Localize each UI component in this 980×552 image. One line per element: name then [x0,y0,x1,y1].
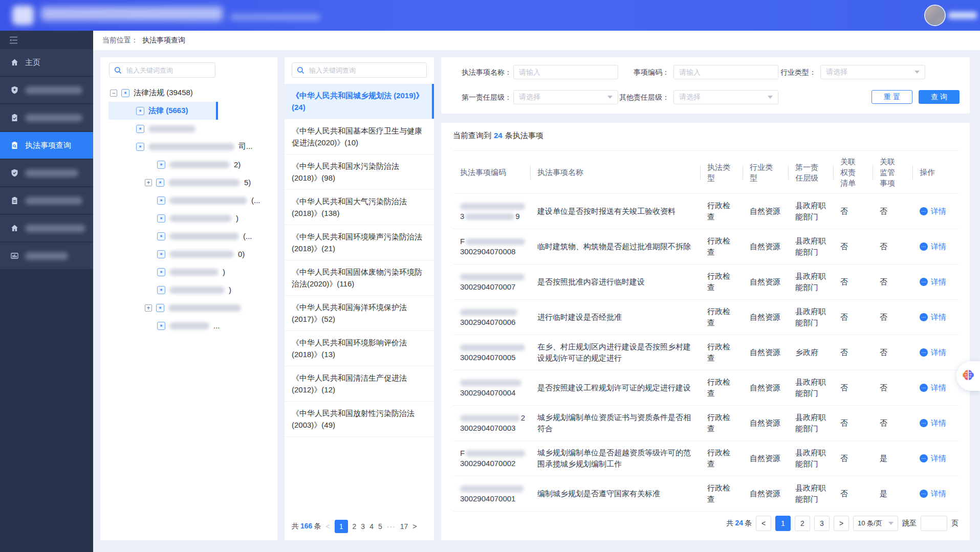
select-placeholder: 请选择 [679,93,701,102]
sidebar-item-redacted-5[interactable] [0,215,93,242]
ellipsis-circle-icon: ⋯ [920,419,928,427]
page-button[interactable]: 2 [795,516,810,531]
next-page-button[interactable]: > [412,522,417,531]
detail-link[interactable]: ⋯详情 [920,241,953,252]
sidebar-item-label: 执法事项查询 [25,141,71,150]
law-list-item[interactable]: 《中华人民共和国大气污染防治法 (2018)》(138) [285,190,434,225]
tree-node[interactable]: ★ 0) [100,245,277,263]
industry-type-select[interactable]: 请选择 [820,65,925,79]
law-list-item[interactable]: 《中华人民共和国环境影响评价法 (2018)》(13) [285,331,434,366]
column-header: 执法事项名称 [530,162,700,183]
tree-node[interactable]: ★ 2) [100,156,277,173]
jump-page-input[interactable] [921,516,947,531]
tree-node[interactable]: ★ (... [100,227,277,245]
redacted-text [460,203,525,210]
prev-page-button[interactable]: < [756,516,771,531]
detail-link[interactable]: ⋯详情 [920,382,953,393]
app-logo [12,6,34,25]
avatar[interactable] [924,5,946,26]
law-list-item[interactable]: 《中华人民共和国环境噪声污染防治法(2018)》(21) [285,225,434,260]
cell-power-list: 否 [833,484,873,503]
table-row: 3002904070001 编制城乡规划是否遵守国家有关标准 行政检查 自然资源… [453,476,959,512]
tree-node[interactable]: ★ [100,120,277,138]
collapse-node-icon[interactable]: − [110,90,117,97]
law-badge-icon: ★ [136,125,144,133]
law-badge-icon: ★ [157,286,165,294]
cell-action: ⋯详情 [912,378,959,398]
detail-link[interactable]: ⋯详情 [920,206,953,217]
law-badge-icon: ★ [157,161,165,169]
detail-link[interactable]: ⋯详情 [920,347,953,358]
law-badge-icon: ★ [157,268,165,276]
sidebar-item-redacted-3[interactable] [0,160,93,187]
sidebar-item-redacted-4[interactable] [0,187,93,215]
tree-node[interactable]: + ★ 5) [100,173,277,191]
reset-button[interactable]: 重 置 [872,90,912,104]
law-search-input[interactable] [308,66,422,75]
law-search-box[interactable] [292,62,427,78]
page-size-select[interactable]: 10 条/页 [853,516,898,531]
cell-level: 县政府职能部门 [788,443,833,474]
sidebar-item-home[interactable]: 主页 [0,49,93,77]
other-responsibility-level-select[interactable]: 请选择 [673,90,778,104]
detail-link[interactable]: ⋯详情 [920,312,953,323]
law-list-item[interactable]: 《中华人民共和国固体废物污染环境防治法(2020)》(116) [285,260,434,296]
ellipsis-circle-icon: ⋯ [920,348,928,357]
law-list-item[interactable]: 《中华人民共和国放射性污染防治法 (2003)》(49) [285,402,434,437]
cell-action: ⋯详情 [912,237,959,256]
cell-code: 3002904070006 [453,303,530,332]
cell-power-list: 否 [833,202,873,221]
tree-node[interactable]: ★ ) [100,209,277,227]
expand-node-icon[interactable]: + [145,304,152,312]
page-button[interactable]: 3 [814,516,830,531]
page-button[interactable]: 3 [361,522,365,531]
sidebar-item-enforcement-query[interactable]: 执法事项查询 [0,132,93,160]
law-list: 《中华人民共和国城乡规划法 (2019)》(24) 《中华人民共和国基本医疗卫生… [285,84,434,437]
tree-node[interactable]: ★ 司... [100,138,277,156]
cell-type: 行政检查 [700,196,743,227]
page-button[interactable]: 5 [378,522,382,531]
tree-search-input[interactable] [125,66,210,75]
page-button[interactable]: 17 [400,522,408,531]
next-page-button[interactable]: > [834,516,849,531]
ellipsis-circle-icon: ⋯ [920,490,928,498]
tree-node-label: 法律法规 (39458) [134,88,193,98]
page-button-current[interactable]: 1 [335,520,348,533]
tree-node[interactable]: + ★ [100,299,277,317]
sidebar-item-redacted-1[interactable] [0,77,93,104]
tree-node-selected[interactable]: ★ 法律 (5663) [100,102,277,120]
redacted-text [168,179,240,186]
tree-search-box[interactable] [109,62,215,78]
law-list-item[interactable]: 《中华人民共和国水污染防治法 (2018)》(98) [285,154,434,190]
redacted-text [169,251,234,258]
chevron-down-icon [888,522,894,525]
tree-node[interactable]: ★ ) [100,263,277,281]
first-responsibility-level-select[interactable]: 请选择 [513,90,618,104]
matter-code-input[interactable] [673,65,778,79]
cell-name: 进行临时建设是否经批准 [530,307,700,327]
page-button[interactable]: 4 [369,522,374,531]
detail-link[interactable]: ⋯详情 [920,488,953,499]
page-button-current[interactable]: 1 [775,516,791,531]
query-button[interactable]: 查 询 [919,90,960,104]
detail-link[interactable]: ⋯详情 [920,453,953,464]
sidebar-collapse-button[interactable] [0,31,93,49]
tree-node[interactable]: ★ ) [100,281,277,299]
law-list-item-selected[interactable]: 《中华人民共和国城乡规划法 (2019)》(24) [285,84,434,119]
tree-node[interactable]: ★ ... [100,317,277,335]
pagination-ellipsis[interactable]: ··· [387,522,396,531]
law-list-item[interactable]: 《中华人民共和国清洁生产促进法 (2012)》(12) [285,366,434,402]
enforcement-name-input[interactable] [513,65,618,79]
sidebar-item-label: 主页 [25,58,40,68]
tree-node[interactable]: ★ (... [100,191,277,209]
detail-link[interactable]: ⋯详情 [920,417,953,429]
prev-page-button[interactable]: < [325,522,330,531]
expand-node-icon[interactable]: + [145,179,152,186]
law-list-item[interactable]: 《中华人民共和国海洋环境保护法 (2017)》(52) [285,296,434,331]
page-button[interactable]: 2 [353,522,357,531]
detail-link[interactable]: ⋯详情 [920,276,953,288]
sidebar-item-redacted-2[interactable] [0,104,93,132]
law-list-item[interactable]: 《中华人民共和国基本医疗卫生与健康促进法(2020)》(10) [285,119,434,154]
tree-root-node[interactable]: − ★ 法律法规 (39458) [100,84,277,102]
sidebar-item-redacted-6[interactable] [0,242,93,270]
